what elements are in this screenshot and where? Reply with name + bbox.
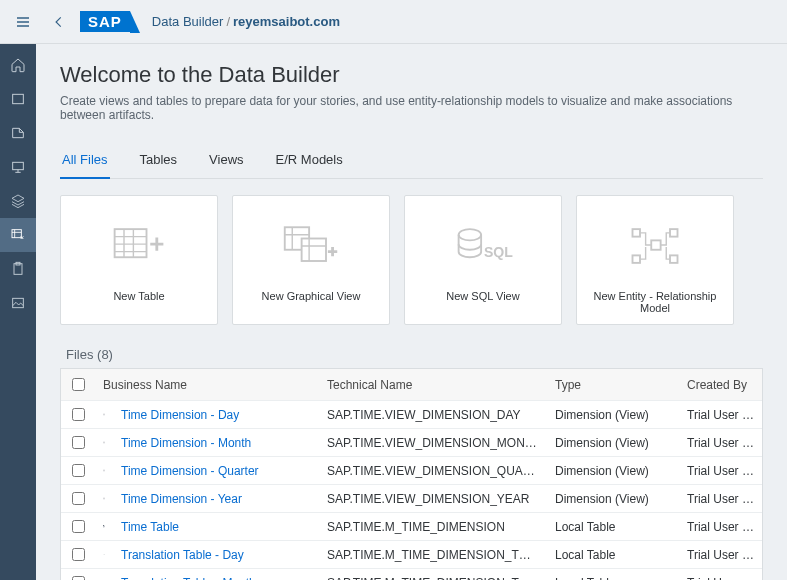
- card-label: New Graphical View: [262, 290, 361, 302]
- table-row[interactable]: Time Dimension - QuarterSAP.TIME.VIEW_DI…: [61, 457, 762, 485]
- svg-text:T: T: [103, 553, 105, 555]
- sidebar-story-icon[interactable]: [0, 116, 36, 150]
- cube-icon: [95, 492, 113, 505]
- svg-rect-8: [302, 239, 326, 262]
- table-row[interactable]: Time Dimension - YearSAP.TIME.VIEW_DIMEN…: [61, 485, 762, 513]
- left-sidebar: [0, 44, 36, 580]
- card-table-add[interactable]: New Table: [60, 195, 218, 325]
- business-name-link[interactable]: Time Dimension - Month: [113, 436, 319, 450]
- type: Dimension (View): [547, 492, 679, 506]
- technical-name: SAP.TIME.VIEW_DIMENSION_MONTH: [319, 436, 547, 450]
- sidebar-home-icon[interactable]: [0, 48, 36, 82]
- tab-tables[interactable]: Tables: [138, 144, 180, 178]
- business-name-link[interactable]: Time Dimension - Quarter: [113, 464, 319, 478]
- created-by: Trial User P081951: [679, 436, 762, 450]
- main-content: Welcome to the Data Builder Create views…: [36, 44, 787, 580]
- svg-rect-14: [633, 255, 641, 263]
- card-label: New Entity - Relationship Model: [581, 290, 729, 314]
- business-name-link[interactable]: Translation Table - Month: [113, 576, 319, 581]
- created-by: Trial User P081951: [679, 576, 762, 581]
- row-checkbox[interactable]: [72, 548, 85, 561]
- svg-rect-12: [633, 229, 641, 237]
- svg-text:SQL: SQL: [484, 244, 513, 260]
- row-checkbox[interactable]: [72, 408, 85, 421]
- sap-logo: SAP: [80, 11, 130, 32]
- tab-e-r-models[interactable]: E/R Models: [274, 144, 345, 178]
- type: Dimension (View): [547, 436, 679, 450]
- card-sql[interactable]: SQLNew SQL View: [404, 195, 562, 325]
- created-by: Trial User P081951: [679, 464, 762, 478]
- table-row[interactable]: TTranslation Table - DaySAP.TIME.M_TIME_…: [61, 541, 762, 569]
- table-header-row: Business Name Technical Name Type Create…: [61, 369, 762, 401]
- table-row[interactable]: Time Dimension - MonthSAP.TIME.VIEW_DIME…: [61, 429, 762, 457]
- business-name-link[interactable]: Time Dimension - Day: [113, 408, 319, 422]
- text-icon: T: [95, 548, 113, 561]
- sidebar-clipboard-icon[interactable]: [0, 252, 36, 286]
- col-business-name[interactable]: Business Name: [95, 378, 319, 392]
- sidebar-presentation-icon[interactable]: [0, 150, 36, 184]
- col-created-by[interactable]: Created By: [679, 378, 762, 392]
- svg-rect-0: [13, 94, 24, 103]
- breadcrumb-app: Data Builder: [152, 14, 224, 29]
- row-checkbox[interactable]: [72, 492, 85, 505]
- created-by: Trial User P081951: [679, 408, 762, 422]
- technical-name: SAP.TIME.M_TIME_DIMENSION_TMONTH: [319, 576, 547, 581]
- col-technical-name[interactable]: Technical Name: [319, 378, 547, 392]
- business-name-link[interactable]: Time Table: [113, 520, 319, 534]
- back-icon[interactable]: [48, 7, 70, 37]
- row-checkbox[interactable]: [72, 464, 85, 477]
- svg-rect-1: [13, 162, 24, 169]
- row-checkbox[interactable]: [72, 436, 85, 449]
- page-subtitle: Create views and tables to prepare data …: [60, 94, 763, 122]
- row-checkbox[interactable]: [72, 576, 85, 580]
- files-heading: Files (8): [60, 347, 763, 362]
- row-checkbox[interactable]: [72, 520, 85, 533]
- technical-name: SAP.TIME.M_TIME_DIMENSION_TDAY: [319, 548, 547, 562]
- card-label: New SQL View: [446, 290, 519, 302]
- table-row[interactable]: Time Dimension - DaySAP.TIME.VIEW_DIMENS…: [61, 401, 762, 429]
- table-row[interactable]: TTranslation Table - MonthSAP.TIME.M_TIM…: [61, 569, 762, 580]
- card-graphical-view[interactable]: New Graphical View: [232, 195, 390, 325]
- business-name-link[interactable]: Time Dimension - Year: [113, 492, 319, 506]
- created-by: Trial User P081951: [679, 548, 762, 562]
- table-add-icon: [89, 216, 189, 276]
- svg-point-9: [459, 229, 482, 240]
- graphical-view-icon: [261, 216, 361, 276]
- business-name-link[interactable]: Translation Table - Day: [113, 548, 319, 562]
- card-er-model[interactable]: New Entity - Relationship Model: [576, 195, 734, 325]
- er-model-icon: [605, 216, 705, 276]
- svg-rect-11: [651, 240, 660, 249]
- hamburger-menu-icon[interactable]: [8, 7, 38, 37]
- technical-name: SAP.TIME.VIEW_DIMENSION_DAY: [319, 408, 547, 422]
- technical-name: SAP.TIME.VIEW_DIMENSION_QUARTER: [319, 464, 547, 478]
- type: Dimension (View): [547, 464, 679, 478]
- svg-rect-5: [13, 298, 24, 307]
- svg-rect-6: [115, 229, 147, 257]
- type: Local Table: [547, 520, 679, 534]
- type: Local Table: [547, 548, 679, 562]
- col-type[interactable]: Type: [547, 378, 679, 392]
- type: Dimension (View): [547, 408, 679, 422]
- tab-views[interactable]: Views: [207, 144, 245, 178]
- sql-icon: SQL: [433, 216, 533, 276]
- svg-rect-13: [670, 229, 678, 237]
- technical-name: SAP.TIME.VIEW_DIMENSION_YEAR: [319, 492, 547, 506]
- created-by: Trial User P081951: [679, 520, 762, 534]
- create-cards: New TableNew Graphical ViewSQLNew SQL Vi…: [60, 195, 763, 325]
- breadcrumb[interactable]: Data Builder/reyemsaibot.com: [140, 14, 340, 29]
- svg-rect-16: [103, 526, 105, 528]
- page-title: Welcome to the Data Builder: [60, 62, 763, 88]
- card-label: New Table: [113, 290, 164, 302]
- tabs: All FilesTablesViewsE/R Models: [60, 144, 763, 179]
- sidebar-layers-icon[interactable]: [0, 184, 36, 218]
- sidebar-image-icon[interactable]: [0, 286, 36, 320]
- cube-icon: [95, 408, 113, 421]
- sidebar-files-icon[interactable]: [0, 82, 36, 116]
- tab-all-files[interactable]: All Files: [60, 144, 110, 179]
- svg-rect-15: [670, 255, 678, 263]
- select-all-checkbox[interactable]: [72, 378, 85, 391]
- created-by: Trial User P081951: [679, 492, 762, 506]
- table-row[interactable]: Time TableSAP.TIME.M_TIME_DIMENSIONLocal…: [61, 513, 762, 541]
- sidebar-data-builder-icon[interactable]: [0, 218, 36, 252]
- svg-rect-2: [12, 230, 21, 238]
